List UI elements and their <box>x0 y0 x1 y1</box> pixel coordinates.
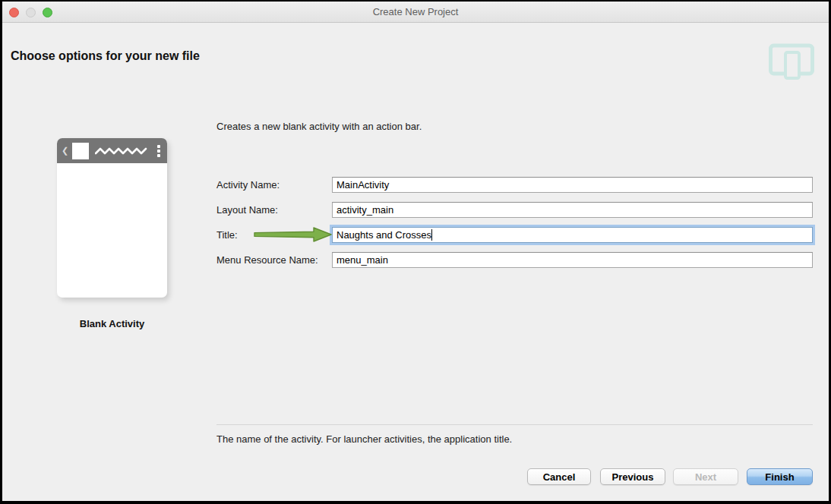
activity-name-row: Activity Name: <box>216 177 813 193</box>
previous-button[interactable]: Previous <box>600 468 665 485</box>
activity-name-label: Activity Name: <box>216 177 280 193</box>
layout-name-label: Layout Name: <box>216 202 278 218</box>
app-icon-placeholder <box>72 143 89 159</box>
window-titlebar[interactable]: Create New Project <box>2 2 829 23</box>
page-title: Choose options for your new file <box>11 49 200 63</box>
field-help-text: The name of the activity. For launcher a… <box>216 433 512 445</box>
title-zigzag-placeholder <box>95 146 148 156</box>
blank-activity-preview: ❮ <box>57 138 167 298</box>
title-input[interactable] <box>332 227 813 243</box>
layout-name-row: Layout Name: <box>216 202 813 218</box>
title-label: Title: <box>216 227 238 243</box>
menu-resource-input[interactable] <box>332 252 813 268</box>
overflow-menu-icon <box>157 145 160 157</box>
menu-resource-row: Menu Resource Name: <box>216 252 813 268</box>
green-arrow-icon <box>251 226 333 246</box>
template-name-label: Blank Activity <box>57 318 167 329</box>
text-caret <box>431 229 432 241</box>
preview-actionbar: ❮ <box>57 138 167 163</box>
finish-button[interactable]: Finish <box>747 468 813 485</box>
menu-resource-label: Menu Resource Name: <box>216 252 318 268</box>
activity-name-input[interactable] <box>332 177 813 193</box>
next-button[interactable]: Next <box>673 468 738 485</box>
divider <box>216 424 813 425</box>
tablet-phone-icon <box>768 43 815 83</box>
layout-name-input[interactable] <box>332 202 813 218</box>
back-chevron-icon: ❮ <box>62 146 68 156</box>
window-title: Create New Project <box>2 2 829 23</box>
template-description: Creates a new blank activity with an act… <box>216 121 422 132</box>
cancel-button[interactable]: Cancel <box>527 468 591 485</box>
